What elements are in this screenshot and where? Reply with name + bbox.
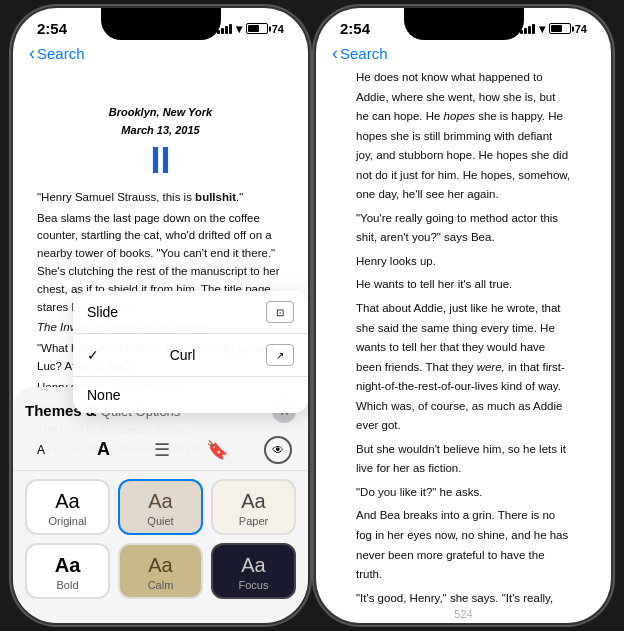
chapters-icon[interactable]: ☰ <box>154 439 170 461</box>
theme-aa-bold: Aa <box>55 555 81 575</box>
battery-icon-right <box>549 23 571 34</box>
theme-name-bold: Bold <box>56 579 78 591</box>
wifi-icon-right: ▾ <box>539 22 545 36</box>
reading-area: He does not know what happened to Addie,… <box>316 68 611 623</box>
theme-name-calm: Calm <box>148 579 174 591</box>
theme-calm[interactable]: Aa Calm <box>118 543 203 599</box>
theme-name-original: Original <box>49 515 87 527</box>
chevron-right-icon: ‹ <box>332 43 338 64</box>
notch <box>101 8 221 40</box>
phone-right: 2:54 ▾ 74 ‹ Search He does not know what… <box>316 8 611 623</box>
back-button-left[interactable]: ‹ Search <box>29 43 292 64</box>
theme-aa: Aa <box>55 491 79 511</box>
check-icon: ✓ <box>87 347 99 363</box>
appearance-icon[interactable]: 👁 <box>264 436 292 464</box>
small-font-button[interactable]: A <box>29 439 53 461</box>
wifi-icon: ▾ <box>236 22 242 36</box>
slide-option[interactable]: Slide ⊡ <box>73 291 308 334</box>
none-label: None <box>87 387 120 403</box>
status-icons-left: ▾ 74 <box>217 22 284 36</box>
theme-quiet[interactable]: Aa Quiet <box>118 479 203 535</box>
back-label-left: Search <box>37 45 85 62</box>
slide-label: Slide <box>87 304 118 320</box>
curl-option[interactable]: ✓ Curl ↗ <box>73 334 308 377</box>
back-button-right[interactable]: ‹ Search <box>332 43 595 64</box>
chevron-left-icon: ‹ <box>29 43 35 64</box>
battery-level-right: 74 <box>575 23 587 35</box>
battery-level: 74 <box>272 23 284 35</box>
slide-menu: Slide ⊡ ✓ Curl ↗ None <box>73 291 308 413</box>
reader-panel: Themes & Quiet Options ✕ A A ☰ 🔖 👁 Aa Or… <box>13 387 308 623</box>
status-icons-right: ▾ 74 <box>520 22 587 36</box>
book-location: Brooklyn, New York March 13, 2015 <box>37 104 284 139</box>
chapter-number: II <box>37 141 284 181</box>
battery-icon <box>246 23 268 34</box>
theme-original[interactable]: Aa Original <box>25 479 110 535</box>
large-font-button[interactable]: A <box>89 435 118 464</box>
curl-icon: ↗ <box>266 344 294 366</box>
time-right: 2:54 <box>340 20 370 37</box>
theme-aa-quiet: Aa <box>148 491 172 511</box>
reading-text: He does not know what happened to Addie,… <box>356 68 571 608</box>
reading-content: He does not know what happened to Addie,… <box>336 68 591 608</box>
time-left: 2:54 <box>37 20 67 37</box>
theme-aa-paper: Aa <box>241 491 265 511</box>
theme-name-focus: Focus <box>239 579 269 591</box>
notch-right <box>404 8 524 40</box>
theme-paper[interactable]: Aa Paper <box>211 479 296 535</box>
theme-grid: Aa Original Aa Quiet Aa Paper Aa Bold Aa… <box>13 479 308 607</box>
back-label-right: Search <box>340 45 388 62</box>
nav-bar-left: ‹ Search <box>13 41 308 68</box>
theme-name-quiet: Quiet <box>147 515 173 527</box>
theme-name-paper: Paper <box>239 515 268 527</box>
bookmark-icon[interactable]: 🔖 <box>206 439 228 461</box>
theme-aa-calm: Aa <box>148 555 172 575</box>
theme-focus[interactable]: Aa Focus <box>211 543 296 599</box>
phone-left: 2:54 ▾ 74 ‹ Search Brooklyn, New <box>13 8 308 623</box>
theme-bold[interactable]: Aa Bold <box>25 543 110 599</box>
theme-aa-focus: Aa <box>241 555 265 575</box>
slide-icon: ⊡ <box>266 301 294 323</box>
curl-label: Curl <box>170 347 196 363</box>
book-header: Brooklyn, New York March 13, 2015 II <box>37 104 284 181</box>
nav-bar-right: ‹ Search <box>316 41 611 68</box>
none-option[interactable]: None <box>73 377 308 413</box>
page-number: 524 <box>336 608 591 623</box>
reader-toolbar: A A ☰ 🔖 👁 <box>13 429 308 471</box>
